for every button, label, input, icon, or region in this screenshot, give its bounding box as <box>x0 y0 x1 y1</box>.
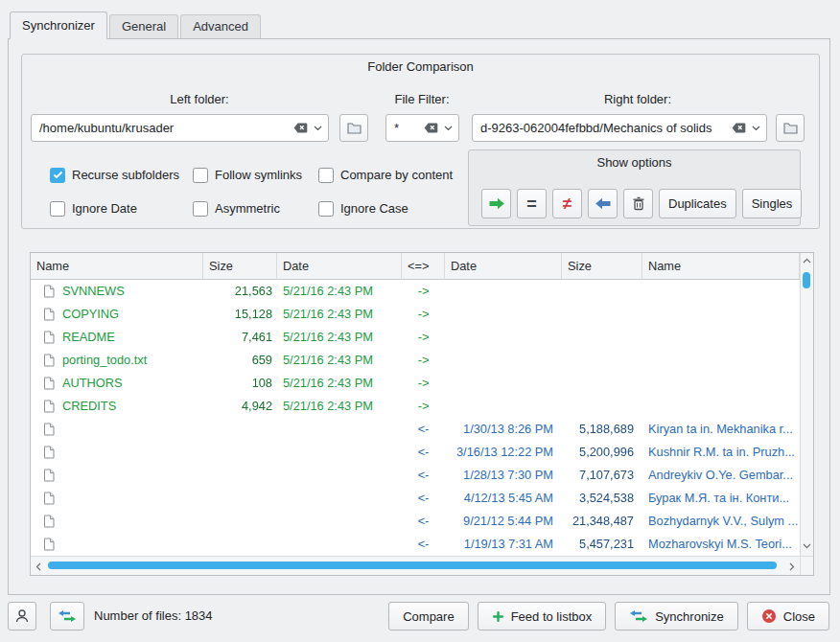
file-icon <box>43 377 55 390</box>
show-not-equals-button[interactable]: ≠ <box>552 189 582 218</box>
file-icon <box>43 446 55 459</box>
header-right-size[interactable]: Size <box>562 253 642 280</box>
folder-icon <box>783 122 798 134</box>
right-size-cell: 7,107,673 <box>562 464 642 487</box>
not-equals-icon: ≠ <box>563 195 572 212</box>
right-name-cell: Andreykiv O.Ye. Gembar... <box>642 464 800 487</box>
checkbox-box <box>193 168 208 183</box>
left-folder-combo[interactable]: /home/kubuntu/krusader <box>31 114 329 142</box>
right-date-cell <box>445 349 562 372</box>
left-folder-browse-button[interactable] <box>339 114 368 142</box>
table-row[interactable]: CREDITS 4,942 5/21/16 2:43 PM -> <box>31 395 800 418</box>
table-row[interactable]: <- 4/12/13 5:45 AM 3,524,538 Бурак М.Я. … <box>31 487 800 510</box>
tab-advanced[interactable]: Advanced <box>180 14 261 38</box>
left-date-cell: 5/21/16 2:43 PM <box>277 280 402 303</box>
vertical-scrollbar[interactable] <box>800 253 813 556</box>
clear-icon[interactable] <box>732 123 746 133</box>
left-folder-value: /home/kubuntu/krusader <box>39 121 291 135</box>
right-folder-combo[interactable]: d-9263-062004fefbbd/Mechanics of solids <box>472 114 767 142</box>
chevron-down-icon[interactable] <box>314 126 322 131</box>
show-copy-to-right-button[interactable] <box>481 189 511 218</box>
table-row[interactable]: <- 1/19/13 7:31 AM 5,457,231 Mozharovsky… <box>31 533 800 556</box>
table-row[interactable]: AUTHORS 108 5/21/16 2:43 PM -> <box>31 372 800 395</box>
left-name-cell: SVNNEWS <box>31 280 203 303</box>
scroll-left-icon[interactable] <box>35 562 41 571</box>
right-size-cell <box>562 303 642 326</box>
show-options-toolbar: = ≠ Duplicates Singles <box>481 189 802 218</box>
right-size-cell <box>562 326 642 349</box>
right-size-cell: 5,200,996 <box>562 441 642 464</box>
direction-cell: -> <box>402 395 445 418</box>
left-date-cell: 5/21/16 2:43 PM <box>277 372 402 395</box>
synchronize-icon <box>629 609 648 623</box>
checkbox-box <box>318 168 334 183</box>
profiles-button[interactable] <box>8 602 36 631</box>
show-deletable-button[interactable] <box>623 189 653 218</box>
right-name-cell: Бурак М.Я. та ін. Конти... <box>642 487 800 510</box>
chevron-down-icon[interactable] <box>444 126 453 131</box>
checkbox-asymmetric[interactable]: Asymmetric <box>193 200 280 217</box>
trash-icon <box>632 196 645 211</box>
right-date-cell <box>445 303 562 326</box>
header-right-date[interactable]: Date <box>445 253 562 280</box>
table-row[interactable]: porting_todo.txt 659 5/21/16 2:43 PM -> <box>31 349 800 372</box>
table-row[interactable]: <- 1/30/13 8:26 PM 5,188,689 Kiryan ta i… <box>31 418 800 441</box>
feed-to-listbox-label: Feed to listbox <box>511 609 593 624</box>
close-button[interactable]: Close <box>747 602 829 631</box>
checkbox-follow-symlinks[interactable]: Follow symlinks <box>193 167 302 183</box>
right-size-cell: 21,348,487 <box>562 510 642 533</box>
scroll-right-icon[interactable] <box>789 562 795 571</box>
right-date-cell <box>445 280 562 303</box>
direction-cell: <- <box>402 487 445 510</box>
file-filter-combo[interactable]: * <box>385 114 459 142</box>
direction-cell: -> <box>402 372 445 395</box>
table-row[interactable]: <- 9/21/12 5:44 PM 21,348,487 Bozhydarny… <box>31 510 800 533</box>
file-icon <box>43 515 55 528</box>
chevron-down-icon[interactable] <box>752 126 760 131</box>
swap-sides-button[interactable] <box>50 602 84 631</box>
show-equals-button[interactable]: = <box>517 189 547 218</box>
table-row[interactable]: SVNNEWS 21,563 5/21/16 2:43 PM -> <box>31 280 800 303</box>
tab-general[interactable]: General <box>109 14 178 38</box>
left-name-cell <box>31 441 203 464</box>
left-size-cell: 15,128 <box>203 303 277 326</box>
table-row[interactable]: <- 1/28/13 7:30 PM 7,107,673 Andreykiv O… <box>31 464 800 487</box>
right-folder-browse-button[interactable] <box>776 114 805 142</box>
header-left-date[interactable]: Date <box>277 253 402 280</box>
left-name-cell <box>31 533 203 556</box>
header-left-name[interactable]: Name <box>31 253 203 280</box>
table-row[interactable]: <- 3/16/13 12:22 PM 5,200,996 Kushnir R.… <box>31 441 800 464</box>
synchronize-button[interactable]: Synchronize <box>615 602 738 631</box>
tab-synchronizer[interactable]: Synchronizer <box>10 11 107 39</box>
checkbox-compare-by-content[interactable]: Compare by content <box>318 167 453 183</box>
header-right-name[interactable]: Name <box>642 253 800 280</box>
checkbox-recurse-subfolders[interactable]: Recurse subfolders <box>50 167 179 183</box>
clear-icon[interactable] <box>293 123 308 133</box>
header-direction[interactable]: <=> <box>402 253 445 280</box>
checkbox-label: Recurse subfolders <box>72 168 179 182</box>
clear-icon[interactable] <box>424 123 438 133</box>
table-row[interactable]: COPYING 15,128 5/21/16 2:43 PM -> <box>31 303 800 326</box>
right-date-cell: 1/19/13 7:31 AM <box>445 533 562 556</box>
horizontal-scrollbar[interactable] <box>31 556 800 575</box>
feed-to-listbox-button[interactable]: Feed to listbox <box>478 602 607 631</box>
compare-button[interactable]: Compare <box>388 602 468 631</box>
vertical-scrollbar-thumb[interactable] <box>803 272 810 288</box>
file-icon <box>43 423 55 436</box>
duplicates-button[interactable]: Duplicates <box>659 189 736 218</box>
checkbox-label: Compare by content <box>340 168 453 182</box>
left-date-cell: 5/21/16 2:43 PM <box>277 349 402 372</box>
table-row[interactable]: README 7,461 5/21/16 2:43 PM -> <box>31 326 800 349</box>
check-icon <box>53 171 63 179</box>
horizontal-scrollbar-thumb[interactable] <box>48 562 777 569</box>
left-date-cell <box>277 487 402 510</box>
checkbox-ignore-date[interactable]: Ignore Date <box>50 200 137 217</box>
show-copy-to-left-button[interactable] <box>588 189 618 218</box>
header-left-size[interactable]: Size <box>203 253 277 280</box>
file-icon <box>43 492 55 505</box>
scroll-up-icon[interactable] <box>803 258 811 264</box>
singles-button[interactable]: Singles <box>742 189 803 218</box>
file-icon <box>43 285 55 298</box>
checkbox-ignore-case[interactable]: Ignore Case <box>318 200 408 217</box>
scroll-down-icon[interactable] <box>803 543 811 549</box>
